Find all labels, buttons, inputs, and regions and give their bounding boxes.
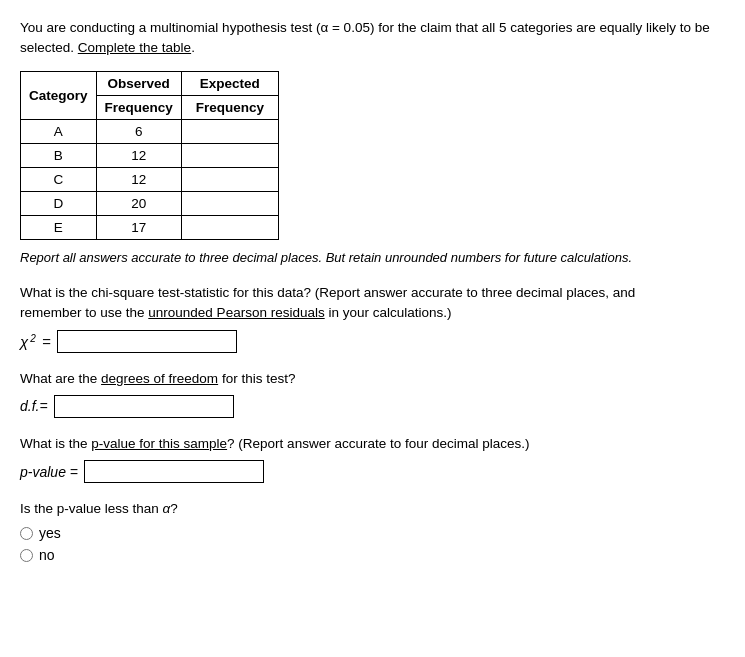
report-note: Report all answers accurate to three dec… [20,248,725,268]
table-row: D20 [21,191,279,215]
radio-no-label: no [39,547,55,563]
q3-block: What is the p-value for this sample? (Re… [20,434,725,483]
df-label: d.f.= [20,398,48,414]
table-row: E17 [21,215,279,239]
cell-category: E [21,215,97,239]
cell-observed: 12 [96,143,181,167]
q2-text: What are the degrees of freedom for this… [20,369,725,389]
q3-underline: p-value for this sample [91,436,227,451]
cell-observed: 17 [96,215,181,239]
q1-answer-row: χ2 = [20,330,725,353]
col-observed-freq: Frequency [96,95,181,119]
cell-category: C [21,167,97,191]
table-row: C12 [21,167,279,191]
cell-expected[interactable] [181,143,278,167]
cell-expected[interactable] [181,191,278,215]
chi-square-input[interactable] [57,330,237,353]
radio-yes-label: yes [39,525,61,541]
q2-underline: degrees of freedom [101,371,218,386]
cell-expected[interactable] [181,167,278,191]
expected-freq-input[interactable] [190,124,270,139]
cell-expected[interactable] [181,215,278,239]
q2-answer-row: d.f.= [20,395,725,418]
col-observed: Observed [96,71,181,95]
intro-paragraph: You are conducting a multinomial hypothe… [20,18,725,59]
radio-yes-option[interactable]: yes [20,525,725,541]
cell-observed: 20 [96,191,181,215]
cell-category: B [21,143,97,167]
radio-yes[interactable] [20,527,33,540]
complete-table-link: Complete the table [78,40,191,55]
cell-expected[interactable] [181,119,278,143]
radio-group: yes no [20,525,725,563]
df-input[interactable] [54,395,234,418]
radio-no-option[interactable]: no [20,547,725,563]
cell-category: D [21,191,97,215]
col-expected: Expected [181,71,278,95]
expected-freq-input[interactable] [190,220,270,235]
q1-underline: unrounded Pearson residuals [148,305,324,320]
pvalue-label: p-value = [20,464,78,480]
cell-category: A [21,119,97,143]
alpha-symbol: α [320,20,328,35]
expected-freq-input[interactable] [190,148,270,163]
chi-label: χ2 = [20,333,51,350]
radio-no[interactable] [20,549,33,562]
col-expected-freq: Frequency [181,95,278,119]
q3-text: What is the p-value for this sample? (Re… [20,434,725,454]
cell-observed: 12 [96,167,181,191]
q1-block: What is the chi-square test-statistic fo… [20,283,725,353]
frequency-table: Category Observed Expected Frequency Fre… [20,71,279,240]
table-row: A6 [21,119,279,143]
expected-freq-input[interactable] [190,196,270,211]
cell-observed: 6 [96,119,181,143]
expected-freq-input[interactable] [190,172,270,187]
pvalue-input[interactable] [84,460,264,483]
col-category: Category [21,71,97,119]
q4-block: Is the p-value less than α? yes no [20,499,725,563]
q3-answer-row: p-value = [20,460,725,483]
q1-text: What is the chi-square test-statistic fo… [20,283,725,324]
q4-text: Is the p-value less than α? [20,499,725,519]
q2-block: What are the degrees of freedom for this… [20,369,725,418]
table-row: B12 [21,143,279,167]
